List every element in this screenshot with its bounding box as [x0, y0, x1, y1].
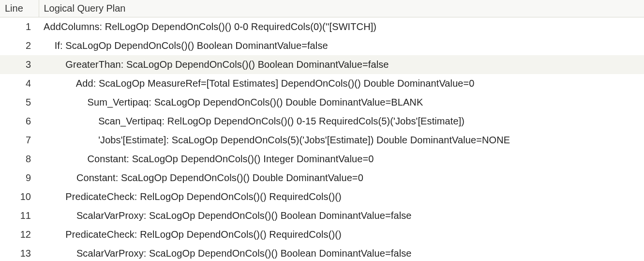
- table-row[interactable]: 7 'Jobs'[Estimate]: ScaLogOp DependOnCol…: [0, 131, 644, 150]
- table-row[interactable]: 12 PredicateCheck: RelLogOp DependOnCols…: [0, 225, 644, 244]
- table-row[interactable]: 2 If: ScaLogOp DependOnCols()() Boolean …: [0, 36, 644, 55]
- table-row[interactable]: 6 Scan_Vertipaq: RelLogOp DependOnCols()…: [0, 112, 644, 131]
- line-number: 3: [0, 55, 39, 74]
- plan-text: GreaterThan: ScaLogOp DependOnCols()() B…: [39, 55, 644, 74]
- table-row[interactable]: 11 ScalarVarProxy: ScaLogOp DependOnCols…: [0, 206, 644, 225]
- table-row[interactable]: 1AddColumns: RelLogOp DependOnCols()() 0…: [0, 17, 644, 37]
- plan-text: Constant: ScaLogOp DependOnCols()() Inte…: [39, 150, 644, 169]
- table-row[interactable]: 10 PredicateCheck: RelLogOp DependOnCols…: [0, 187, 644, 206]
- table-row[interactable]: 3 GreaterThan: ScaLogOp DependOnCols()()…: [0, 55, 644, 74]
- plan-text: If: ScaLogOp DependOnCols()() Boolean Do…: [39, 36, 644, 55]
- plan-text: ScalarVarProxy: ScaLogOp DependOnCols()(…: [39, 206, 644, 225]
- line-number: 9: [0, 169, 39, 187]
- column-header-line[interactable]: Line: [0, 0, 39, 17]
- plan-text: Constant: ScaLogOp DependOnCols()() Doub…: [39, 169, 644, 187]
- plan-text: PredicateCheck: RelLogOp DependOnCols()(…: [39, 187, 644, 206]
- table-row[interactable]: 5 Sum_Vertipaq: ScaLogOp DependOnCols()(…: [0, 93, 644, 112]
- table-row[interactable]: 8 Constant: ScaLogOp DependOnCols()() In…: [0, 150, 644, 169]
- line-number: 8: [0, 150, 39, 169]
- line-number: 10: [0, 187, 39, 206]
- table-body: 1AddColumns: RelLogOp DependOnCols()() 0…: [0, 17, 644, 261]
- plan-text: ScalarVarProxy: ScaLogOp DependOnCols()(…: [39, 244, 644, 261]
- plan-text: AddColumns: RelLogOp DependOnCols()() 0-…: [39, 17, 644, 37]
- table-header-row: Line Logical Query Plan: [0, 0, 644, 17]
- query-plan-table: Line Logical Query Plan 1AddColumns: Rel…: [0, 0, 644, 261]
- line-number: 2: [0, 36, 39, 55]
- plan-text: PredicateCheck: RelLogOp DependOnCols()(…: [39, 225, 644, 244]
- plan-text: Scan_Vertipaq: RelLogOp DependOnCols()()…: [39, 112, 644, 131]
- line-number: 4: [0, 74, 39, 93]
- column-header-plan[interactable]: Logical Query Plan: [39, 0, 644, 17]
- plan-text: Add: ScaLogOp MeasureRef=[Total Estimate…: [39, 74, 644, 93]
- line-number: 5: [0, 93, 39, 112]
- table-row[interactable]: 4 Add: ScaLogOp MeasureRef=[Total Estima…: [0, 74, 644, 93]
- line-number: 6: [0, 112, 39, 131]
- table-row[interactable]: 9 Constant: ScaLogOp DependOnCols()() Do…: [0, 169, 644, 187]
- plan-text: Sum_Vertipaq: ScaLogOp DependOnCols()() …: [39, 93, 644, 112]
- line-number: 7: [0, 131, 39, 150]
- line-number: 11: [0, 206, 39, 225]
- table-row[interactable]: 13 ScalarVarProxy: ScaLogOp DependOnCols…: [0, 244, 644, 261]
- line-number: 12: [0, 225, 39, 244]
- line-number: 1: [0, 17, 39, 37]
- line-number: 13: [0, 244, 39, 261]
- plan-text: 'Jobs'[Estimate]: ScaLogOp DependOnCols(…: [39, 131, 644, 150]
